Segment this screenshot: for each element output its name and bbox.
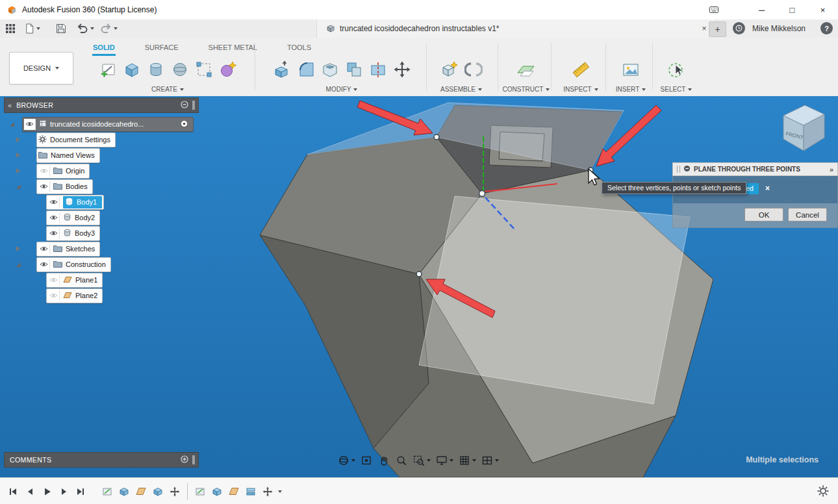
panel-display-toggle-icon[interactable]: [181, 101, 188, 110]
expanded-triangle-icon[interactable]: [10, 122, 14, 127]
timeline-extrude-icon[interactable]: [118, 485, 131, 498]
inspect-dropdown[interactable]: INSPECT: [563, 86, 598, 93]
tree-row-body2[interactable]: Body2: [4, 210, 199, 225]
expanded-triangle-icon[interactable]: [16, 262, 21, 267]
system-tray-grid-icon[interactable]: [709, 6, 718, 16]
dialog-header[interactable]: PLANE THROUGH THREE POINTS »: [672, 162, 838, 176]
tree-row-origin[interactable]: Origin: [4, 163, 199, 179]
visibility-eye-off-icon[interactable]: [48, 275, 60, 286]
tab-solid[interactable]: SOLID: [92, 42, 116, 56]
timeline-plane-icon[interactable]: [227, 485, 240, 498]
add-comment-icon[interactable]: [181, 455, 188, 465]
move-copy-icon[interactable]: [392, 58, 413, 81]
tab-sheet-metal[interactable]: SHEET METAL: [208, 42, 258, 56]
tab-surface[interactable]: SURFACE: [144, 42, 179, 56]
visibility-eye-icon[interactable]: [48, 197, 60, 208]
tree-row-plane2[interactable]: Plane2: [4, 288, 199, 303]
dialog-grip-icon[interactable]: [677, 166, 680, 173]
save-button[interactable]: [56, 21, 66, 36]
tree-row-document-settings[interactable]: Document Settings: [4, 132, 199, 147]
timeline-move-icon[interactable]: [168, 485, 181, 498]
expanded-triangle-icon[interactable]: [16, 184, 21, 189]
construct-dropdown[interactable]: CONSTRUCT: [503, 86, 550, 93]
create-sketch-icon[interactable]: [97, 58, 118, 81]
help-button[interactable]: ?: [820, 22, 833, 34]
activate-radio-icon[interactable]: [180, 120, 188, 129]
collapse-panel-icon[interactable]: «: [8, 101, 12, 109]
timeline-settings-gear-icon[interactable]: [817, 485, 830, 499]
measure-icon[interactable]: [570, 58, 591, 81]
timeline-extrude-icon[interactable]: [151, 485, 164, 498]
sphere-icon[interactable]: [170, 58, 190, 81]
display-settings-button[interactable]: [434, 453, 455, 468]
close-document-icon[interactable]: ×: [699, 23, 709, 33]
visibility-eye-icon[interactable]: [24, 119, 36, 130]
visibility-eye-off-icon[interactable]: [38, 166, 50, 177]
tree-row-bodies[interactable]: Bodies: [4, 179, 199, 194]
timeline-move-icon[interactable]: [261, 485, 274, 498]
step-forward-button[interactable]: [56, 484, 71, 499]
new-tab-button[interactable]: +: [709, 21, 726, 37]
select-dropdown[interactable]: SELECT: [661, 86, 692, 93]
minimize-button[interactable]: ─: [746, 0, 777, 19]
joint-icon[interactable]: [463, 58, 484, 81]
shell-icon[interactable]: [320, 58, 340, 81]
browser-header[interactable]: « BROWSER: [4, 97, 199, 113]
timeline-sketch-icon[interactable]: [194, 485, 207, 498]
redo-button[interactable]: [100, 21, 118, 36]
collapsed-triangle-icon[interactable]: [16, 153, 20, 158]
tree-row-sketches[interactable]: Sketches: [4, 241, 199, 257]
plane-through-three-points-dialog[interactable]: PLANE THROUGH THREE POINTS » 3 selected …: [672, 162, 838, 228]
cancel-button[interactable]: Cancel: [788, 208, 827, 221]
new-component-icon[interactable]: [439, 58, 460, 81]
fillet-icon[interactable]: [296, 58, 316, 81]
collapsed-triangle-icon[interactable]: [16, 168, 20, 173]
document-tab[interactable]: truncated icosidodecahedron instructable…: [316, 19, 717, 38]
maximize-button[interactable]: □: [777, 0, 807, 19]
timeline-plane-icon[interactable]: [134, 485, 147, 498]
panel-grip[interactable]: [192, 455, 195, 464]
zoom-window-button[interactable]: [411, 453, 432, 468]
insert-image-icon[interactable]: [620, 58, 641, 81]
undo-button[interactable]: [77, 21, 94, 36]
view-cube[interactable]: FRONT: [783, 105, 824, 151]
grid-snap-button[interactable]: [457, 453, 477, 468]
insert-dropdown[interactable]: INSERT: [616, 86, 646, 93]
visibility-eye-off-icon[interactable]: [48, 290, 60, 301]
assemble-dropdown[interactable]: ASSEMBLE: [440, 86, 482, 93]
user-account-button[interactable]: Mike Mikkelson: [752, 24, 806, 33]
model-viewport[interactable]: FRONT « BROWSER truncated icosidodecahed…: [0, 96, 838, 477]
select-cursor-icon[interactable]: [666, 58, 687, 81]
file-menu-button[interactable]: [25, 21, 40, 36]
chevron-down-icon[interactable]: [278, 490, 282, 493]
panel-grip[interactable]: [192, 101, 195, 110]
timeline-stack-icon[interactable]: [244, 485, 257, 498]
visibility-eye-icon[interactable]: [38, 244, 50, 255]
workspace-selector[interactable]: DESIGN: [9, 52, 73, 84]
dialog-expand-icon[interactable]: »: [830, 166, 833, 173]
tree-row-body3[interactable]: Body3: [4, 225, 199, 241]
construction-plane-icon[interactable]: [516, 58, 537, 81]
app-grid-icon[interactable]: [5, 21, 16, 36]
tree-row-body1[interactable]: Body1: [4, 194, 199, 210]
go-to-beginning-button[interactable]: [5, 484, 20, 499]
timeline-extrude-icon[interactable]: [210, 485, 223, 498]
polyhedron-model[interactable]: [260, 103, 713, 477]
visibility-eye-icon[interactable]: [38, 181, 50, 192]
visibility-eye-icon[interactable]: [48, 228, 60, 239]
tree-row-construction[interactable]: Construction: [4, 257, 199, 272]
job-status-clock-icon[interactable]: [733, 22, 745, 34]
collapsed-triangle-icon[interactable]: [16, 246, 20, 251]
visibility-eye-icon[interactable]: [38, 259, 50, 270]
step-back-button[interactable]: [22, 484, 37, 499]
timeline-sketch-icon[interactable]: [101, 485, 114, 498]
look-at-button[interactable]: [359, 453, 374, 468]
comments-panel[interactable]: COMMENTS: [4, 452, 199, 468]
play-button[interactable]: [39, 484, 54, 499]
press-pull-icon[interactable]: [272, 58, 292, 81]
create-dropdown[interactable]: CREATE: [151, 86, 184, 93]
collapsed-triangle-icon[interactable]: [16, 137, 20, 142]
split-body-icon[interactable]: [368, 58, 388, 81]
clear-selection-icon[interactable]: ×: [765, 184, 770, 193]
pattern-icon[interactable]: [194, 58, 214, 81]
